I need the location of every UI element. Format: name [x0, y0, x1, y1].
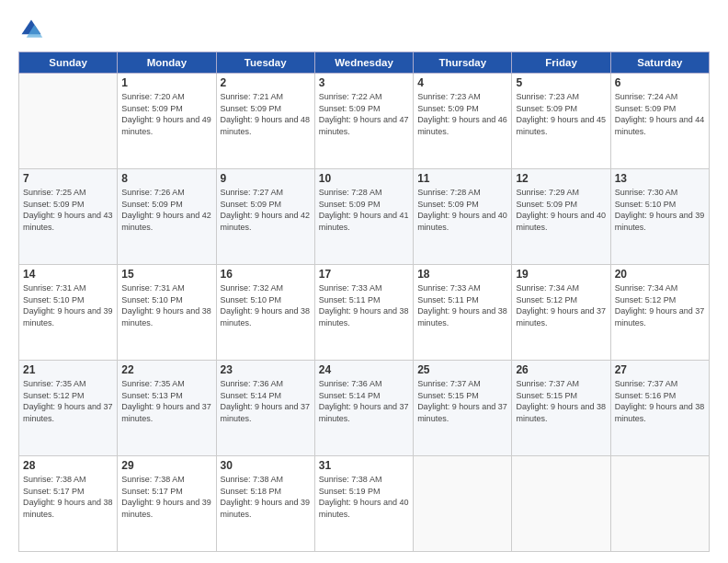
calendar-cell: 27Sunrise: 7:37 AMSunset: 5:16 PMDayligh… [610, 361, 709, 456]
weekday-header: Wednesday [314, 52, 413, 74]
calendar-week-row: 14Sunrise: 7:31 AMSunset: 5:10 PMDayligh… [19, 265, 710, 361]
day-number: 16 [221, 268, 311, 281]
day-number: 22 [121, 363, 211, 376]
day-number: 24 [319, 363, 409, 376]
day-number: 3 [319, 76, 409, 89]
weekday-header: Saturday [610, 52, 709, 74]
day-info: Sunrise: 7:25 AMSunset: 5:09 PMDaylight:… [23, 187, 113, 233]
day-number: 29 [121, 459, 211, 472]
day-info: Sunrise: 7:29 AMSunset: 5:09 PMDaylight:… [516, 187, 606, 233]
day-number: 2 [221, 76, 311, 89]
calendar-cell: 9Sunrise: 7:27 AMSunset: 5:09 PMDaylight… [216, 169, 314, 265]
calendar-cell: 16Sunrise: 7:32 AMSunset: 5:10 PMDayligh… [216, 265, 314, 361]
logo-icon [18, 17, 44, 42]
calendar-cell: 20Sunrise: 7:34 AMSunset: 5:12 PMDayligh… [610, 265, 709, 361]
day-info: Sunrise: 7:34 AMSunset: 5:12 PMDaylight:… [615, 282, 705, 328]
day-info: Sunrise: 7:33 AMSunset: 5:11 PMDaylight:… [319, 282, 409, 328]
calendar-cell: 19Sunrise: 7:34 AMSunset: 5:12 PMDayligh… [512, 265, 610, 361]
day-info: Sunrise: 7:35 AMSunset: 5:13 PMDaylight:… [121, 378, 211, 424]
day-number: 18 [417, 268, 507, 281]
day-number: 7 [23, 172, 113, 185]
calendar-cell: 17Sunrise: 7:33 AMSunset: 5:11 PMDayligh… [314, 265, 413, 361]
weekday-header-row: SundayMondayTuesdayWednesdayThursdayFrid… [19, 52, 710, 74]
day-number: 20 [615, 268, 705, 281]
calendar-cell: 8Sunrise: 7:26 AMSunset: 5:09 PMDaylight… [118, 169, 216, 265]
calendar-cell: 25Sunrise: 7:37 AMSunset: 5:15 PMDayligh… [414, 361, 512, 456]
calendar-cell [414, 456, 512, 552]
page: SundayMondayTuesdayWednesdayThursdayFrid… [0, 0, 728, 563]
day-number: 27 [615, 363, 705, 376]
day-number: 10 [319, 172, 409, 185]
day-info: Sunrise: 7:28 AMSunset: 5:09 PMDaylight:… [417, 187, 507, 233]
calendar-cell: 29Sunrise: 7:38 AMSunset: 5:17 PMDayligh… [118, 456, 216, 552]
day-number: 31 [319, 459, 409, 472]
day-info: Sunrise: 7:20 AMSunset: 5:09 PMDaylight:… [121, 91, 211, 137]
calendar-cell: 15Sunrise: 7:31 AMSunset: 5:10 PMDayligh… [118, 265, 216, 361]
calendar-cell: 10Sunrise: 7:28 AMSunset: 5:09 PMDayligh… [314, 169, 413, 265]
day-info: Sunrise: 7:37 AMSunset: 5:15 PMDaylight:… [516, 378, 606, 424]
weekday-header: Friday [512, 52, 610, 74]
weekday-header: Thursday [414, 52, 512, 74]
day-number: 14 [23, 268, 113, 281]
day-number: 9 [221, 172, 311, 185]
day-info: Sunrise: 7:23 AMSunset: 5:09 PMDaylight:… [417, 91, 507, 137]
day-info: Sunrise: 7:30 AMSunset: 5:10 PMDaylight:… [615, 187, 705, 233]
day-info: Sunrise: 7:38 AMSunset: 5:19 PMDaylight:… [319, 474, 409, 520]
header [18, 17, 710, 42]
day-number: 5 [516, 76, 606, 89]
calendar-cell: 1Sunrise: 7:20 AMSunset: 5:09 PMDaylight… [118, 74, 216, 169]
day-info: Sunrise: 7:31 AMSunset: 5:10 PMDaylight:… [121, 282, 211, 328]
day-number: 26 [516, 363, 606, 376]
calendar-cell: 30Sunrise: 7:38 AMSunset: 5:18 PMDayligh… [216, 456, 314, 552]
calendar-cell: 11Sunrise: 7:28 AMSunset: 5:09 PMDayligh… [414, 169, 512, 265]
day-info: Sunrise: 7:36 AMSunset: 5:14 PMDaylight:… [319, 378, 409, 424]
weekday-header: Monday [118, 52, 216, 74]
calendar-cell: 24Sunrise: 7:36 AMSunset: 5:14 PMDayligh… [314, 361, 413, 456]
calendar-cell: 3Sunrise: 7:22 AMSunset: 5:09 PMDaylight… [314, 74, 413, 169]
day-info: Sunrise: 7:28 AMSunset: 5:09 PMDaylight:… [319, 187, 409, 233]
calendar-cell: 12Sunrise: 7:29 AMSunset: 5:09 PMDayligh… [512, 169, 610, 265]
day-info: Sunrise: 7:38 AMSunset: 5:17 PMDaylight:… [23, 474, 113, 520]
calendar-week-row: 1Sunrise: 7:20 AMSunset: 5:09 PMDaylight… [19, 74, 710, 169]
day-number: 8 [121, 172, 211, 185]
day-number: 21 [23, 363, 113, 376]
day-info: Sunrise: 7:33 AMSunset: 5:11 PMDaylight:… [417, 282, 507, 328]
calendar-cell: 31Sunrise: 7:38 AMSunset: 5:19 PMDayligh… [314, 456, 413, 552]
day-number: 28 [23, 459, 113, 472]
calendar-cell: 6Sunrise: 7:24 AMSunset: 5:09 PMDaylight… [610, 74, 709, 169]
calendar-cell: 5Sunrise: 7:23 AMSunset: 5:09 PMDaylight… [512, 74, 610, 169]
calendar-cell: 13Sunrise: 7:30 AMSunset: 5:10 PMDayligh… [610, 169, 709, 265]
calendar-cell [610, 456, 709, 552]
calendar-cell: 23Sunrise: 7:36 AMSunset: 5:14 PMDayligh… [216, 361, 314, 456]
calendar-week-row: 21Sunrise: 7:35 AMSunset: 5:12 PMDayligh… [19, 361, 710, 456]
weekday-header: Tuesday [216, 52, 314, 74]
day-info: Sunrise: 7:31 AMSunset: 5:10 PMDaylight:… [23, 282, 113, 328]
logo [18, 17, 48, 42]
calendar-cell: 26Sunrise: 7:37 AMSunset: 5:15 PMDayligh… [512, 361, 610, 456]
day-info: Sunrise: 7:35 AMSunset: 5:12 PMDaylight:… [23, 378, 113, 424]
calendar-cell: 28Sunrise: 7:38 AMSunset: 5:17 PMDayligh… [19, 456, 118, 552]
day-number: 15 [121, 268, 211, 281]
day-info: Sunrise: 7:38 AMSunset: 5:17 PMDaylight:… [121, 474, 211, 520]
calendar-week-row: 28Sunrise: 7:38 AMSunset: 5:17 PMDayligh… [19, 456, 710, 552]
day-info: Sunrise: 7:38 AMSunset: 5:18 PMDaylight:… [221, 474, 311, 520]
day-number: 11 [417, 172, 507, 185]
day-info: Sunrise: 7:27 AMSunset: 5:09 PMDaylight:… [221, 187, 311, 233]
calendar-cell: 2Sunrise: 7:21 AMSunset: 5:09 PMDaylight… [216, 74, 314, 169]
calendar-table: SundayMondayTuesdayWednesdayThursdayFrid… [18, 52, 710, 552]
day-info: Sunrise: 7:32 AMSunset: 5:10 PMDaylight:… [221, 282, 311, 328]
calendar-cell: 21Sunrise: 7:35 AMSunset: 5:12 PMDayligh… [19, 361, 118, 456]
day-info: Sunrise: 7:36 AMSunset: 5:14 PMDaylight:… [221, 378, 311, 424]
day-info: Sunrise: 7:22 AMSunset: 5:09 PMDaylight:… [319, 91, 409, 137]
calendar-cell: 4Sunrise: 7:23 AMSunset: 5:09 PMDaylight… [414, 74, 512, 169]
day-number: 1 [121, 76, 211, 89]
calendar-week-row: 7Sunrise: 7:25 AMSunset: 5:09 PMDaylight… [19, 169, 710, 265]
calendar-cell: 7Sunrise: 7:25 AMSunset: 5:09 PMDaylight… [19, 169, 118, 265]
day-number: 4 [417, 76, 507, 89]
day-number: 13 [615, 172, 705, 185]
calendar-cell [19, 74, 118, 169]
calendar-cell: 14Sunrise: 7:31 AMSunset: 5:10 PMDayligh… [19, 265, 118, 361]
day-number: 19 [516, 268, 606, 281]
day-info: Sunrise: 7:34 AMSunset: 5:12 PMDaylight:… [516, 282, 606, 328]
day-number: 23 [221, 363, 311, 376]
